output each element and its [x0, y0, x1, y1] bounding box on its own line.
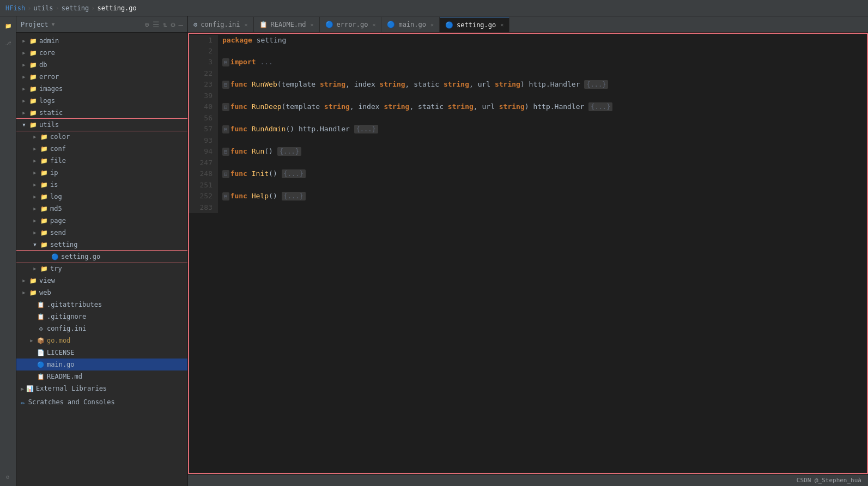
- tree-item-view[interactable]: ▶ 📁 view: [16, 275, 187, 287]
- tree-item-file[interactable]: ▶ 📁 file: [16, 155, 187, 167]
- tree-item-page[interactable]: ▶ 📁 page: [16, 215, 187, 227]
- tree-item-web[interactable]: ▶ 📁 web: [16, 287, 187, 299]
- line-num-248: 248: [188, 168, 218, 180]
- arrow-log: ▶: [32, 193, 38, 200]
- tree-item-ip[interactable]: ▶ 📁 ip: [16, 167, 187, 179]
- tree-item-log[interactable]: ▶ 📁 log: [16, 191, 187, 203]
- activity-commit-icon[interactable]: ⎇: [1, 36, 15, 50]
- breadcrumb-file[interactable]: setting.go: [98, 4, 137, 12]
- tree-item-go-mod[interactable]: ▶ 📦 go.mod: [16, 335, 187, 347]
- breadcrumb-sep-3: ›: [91, 4, 95, 12]
- tree-item-setting[interactable]: ▼ 📁 setting: [16, 239, 187, 251]
- scratches-label: Scratches and Consoles: [28, 398, 115, 406]
- panel-header: Project ▼ ⊕ ☰ ⇅ ⚙ —: [16, 16, 187, 33]
- panel-title[interactable]: Project: [21, 21, 48, 28]
- folder-icon-admin: 📁: [29, 37, 37, 45]
- label-config-ini: config.ini: [47, 325, 86, 332]
- activity-project-icon[interactable]: 📁: [1, 19, 15, 33]
- folder-icon-setting: 📁: [40, 241, 48, 248]
- tree-item-db[interactable]: ▶ 📁 db: [16, 59, 187, 71]
- tab-config-ini[interactable]: ⚙ config.ini ✕: [188, 17, 254, 32]
- line-content-39: [218, 90, 231, 101]
- tree-item-is[interactable]: ▶ 📁 is: [16, 179, 187, 191]
- tree-item-md5[interactable]: ▶ 📁 md5: [16, 203, 187, 215]
- status-bar: CSDN @_Stephen_huà: [188, 474, 868, 486]
- external-libraries[interactable]: ▶ 📊 External Libraries: [16, 382, 187, 394]
- tab-close-error-go[interactable]: ✕: [372, 22, 375, 28]
- line-content-252: ⊟func Help() {...}: [218, 191, 310, 202]
- label-conf: conf: [50, 145, 66, 153]
- tree-item-readme[interactable]: 📋 README.md: [16, 370, 187, 382]
- code-area[interactable]: 1 package setting 2 3 ⊟import ...: [188, 33, 868, 474]
- tree-item-main-go[interactable]: 🔵 main.go: [16, 359, 187, 370]
- tree-item-conf[interactable]: ▶ 📁 conf: [16, 143, 187, 155]
- arrow-color: ▶: [32, 133, 38, 140]
- folder-icon-try: 📁: [40, 265, 48, 272]
- scratches-consoles[interactable]: ✏ Scratches and Consoles: [21, 398, 115, 406]
- tree-item-color[interactable]: ▶ 📁 color: [16, 131, 187, 143]
- label-ip: ip: [50, 169, 58, 177]
- tree-item-gitattributes[interactable]: 📋 .gitattributes: [16, 299, 187, 311]
- tree-item-admin[interactable]: ▶ 📁 admin: [16, 35, 187, 47]
- line-content-94: ⊟func Run() {...}: [218, 146, 306, 157]
- tree-item-logs[interactable]: ▶ 📁 logs: [16, 95, 187, 107]
- arrow-page: ▶: [32, 217, 38, 224]
- arrow-ip: ▶: [32, 169, 38, 176]
- tab-label-setting-go: setting.go: [457, 21, 496, 29]
- tree-item-try[interactable]: ▶ 📁 try: [16, 263, 187, 275]
- project-panel: Project ▼ ⊕ ☰ ⇅ ⚙ — ▶ 📁 admin ▶ 📁 core: [16, 16, 188, 486]
- code-line-57: 57 ⊟func RunAdmin() http.Handler {...}: [188, 124, 868, 135]
- tab-label-readme: README.md: [271, 21, 306, 28]
- label-log: log: [50, 193, 62, 201]
- tree-item-images[interactable]: ▶ 📁 images: [16, 83, 187, 95]
- line-content-23: ⊟func RunWeb(template string, index stri…: [218, 79, 612, 90]
- tab-close-setting-go[interactable]: ✕: [500, 22, 503, 28]
- line-num-23: 23: [188, 79, 218, 90]
- tab-label-config-ini: config.ini: [201, 21, 240, 28]
- tree-item-utils[interactable]: ▼ 📁 utils: [16, 119, 187, 131]
- tab-close-readme[interactable]: ✕: [311, 22, 314, 28]
- tree-item-config-ini[interactable]: ⚙ config.ini: [16, 323, 187, 335]
- tab-readme[interactable]: 📋 README.md ✕: [254, 17, 320, 32]
- folder-icon-utils: 📁: [29, 121, 37, 129]
- tree-item-core[interactable]: ▶ 📁 core: [16, 47, 187, 59]
- breadcrumb-setting[interactable]: setting: [62, 4, 89, 12]
- tree-item-gitignore[interactable]: 📋 .gitignore: [16, 311, 187, 323]
- tree-item-license[interactable]: 📄 LICENSE: [16, 347, 187, 359]
- line-content-40: ⊟func RunDeep(template string, index str…: [218, 101, 617, 113]
- panel-icon-gear[interactable]: ⚙: [171, 20, 175, 29]
- tab-setting-go[interactable]: 🔵 setting.go ✕: [440, 17, 509, 32]
- label-send: send: [50, 229, 66, 236]
- code-line-93: 93: [188, 135, 868, 146]
- tab-close-config-ini[interactable]: ✕: [244, 22, 247, 28]
- scratches-bar: ✏ Scratches and Consoles: [16, 394, 187, 410]
- panel-icon-list[interactable]: ☰: [153, 20, 160, 29]
- tab-main-go[interactable]: 🔵 main.go ✕: [381, 17, 440, 32]
- arrow-db: ▶: [21, 62, 27, 68]
- panel-icon-minimize[interactable]: —: [179, 20, 183, 29]
- tab-icon-setting-go: 🔵: [445, 21, 453, 29]
- arrow-conf: ▶: [32, 145, 38, 152]
- label-file: file: [50, 157, 66, 165]
- arrow-file: ▶: [32, 157, 38, 164]
- panel-icon-sort[interactable]: ⇅: [163, 20, 167, 29]
- breadcrumb-hfish[interactable]: HFish: [5, 4, 25, 12]
- code-line-252: 252 ⊟func Help() {...}: [188, 191, 868, 202]
- breadcrumb-bar: HFish › utils › setting › setting.go: [0, 0, 868, 16]
- activity-settings-icon[interactable]: ⚙: [1, 470, 15, 484]
- tree-item-static[interactable]: ▶ 📁 static: [16, 107, 187, 119]
- tree-item-send[interactable]: ▶ 📁 send: [16, 227, 187, 239]
- label-page: page: [50, 217, 66, 224]
- tab-close-main-go[interactable]: ✕: [430, 22, 434, 28]
- tab-icon-error-go: 🔵: [325, 21, 333, 28]
- breadcrumb-utils[interactable]: utils: [33, 4, 53, 12]
- label-go-mod: go.mod: [47, 337, 70, 344]
- panel-icon-add[interactable]: ⊕: [144, 20, 149, 29]
- line-content-93: [218, 135, 231, 146]
- tree-item-error[interactable]: ▶ 📁 error: [16, 71, 187, 83]
- config-icon-gitignore: 📋: [37, 313, 45, 320]
- panel-dropdown-arrow[interactable]: ▼: [52, 21, 55, 27]
- tab-error-go[interactable]: 🔵 error.go ✕: [320, 17, 382, 32]
- label-color: color: [50, 133, 70, 141]
- tree-item-setting-go[interactable]: 🔵 setting.go: [16, 251, 187, 263]
